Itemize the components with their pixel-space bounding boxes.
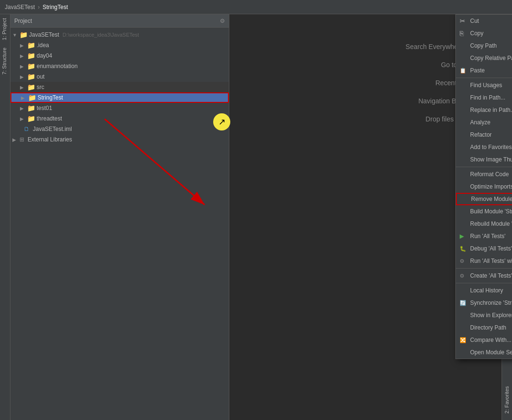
- find-path-label: Find in Path...: [470, 94, 512, 101]
- out-label: out: [37, 73, 45, 80]
- threadtest-folder-icon: 📁: [27, 115, 35, 122]
- day04-folder-icon: 📁: [27, 52, 35, 60]
- out-folder-icon: 📁: [27, 73, 35, 80]
- copy-relative-path-label: Copy Relative Path: [470, 55, 512, 61]
- compare-with-label: Compare With...: [470, 337, 512, 343]
- menu-item-run-coverage[interactable]: ⚙ Run 'All Tests' with Coverage: [456, 255, 512, 267]
- project-tree: ▼ 📁 JavaSETest D:\workspace_idea3\JavaSE…: [10, 28, 229, 420]
- context-menu: ✂ Cut Ctrl+X ⎘ Copy Ctrl+C Copy Path Ctr…: [455, 14, 512, 359]
- tree-item-threadtest[interactable]: ▶ 📁 threadtest: [10, 113, 229, 124]
- out-arrow: ▶: [20, 74, 26, 80]
- menu-item-optimize-imports[interactable]: Optimize Imports Ctrl+Alt+O: [456, 180, 512, 193]
- find-usages-label: Find Usages: [470, 82, 512, 89]
- tree-root[interactable]: ▼ 📁 JavaSETest D:\workspace_idea3\JavaSE…: [10, 30, 229, 40]
- menu-item-find-usages[interactable]: Find Usages Ctrl+G: [456, 79, 512, 91]
- create-tests-label: Create 'All Tests'...: [470, 272, 512, 279]
- menu-item-find-path[interactable]: Find in Path... Ctrl+H: [456, 91, 512, 104]
- menu-item-reformat[interactable]: Reformat Code Ctrl+Alt+L: [456, 168, 512, 180]
- threadtest-arrow: ▶: [20, 116, 26, 121]
- main-area: 1: Project 7: Structure Project ⚙ ▼ 📁 Ja…: [0, 14, 512, 420]
- enumannotation-arrow: ▶: [20, 64, 26, 69]
- compare-icon: 🔀: [460, 337, 466, 343]
- build-module-label: Build Module 'StringTest': [470, 208, 512, 215]
- rebuild-module-label: Rebuild Module 'StringTest': [470, 220, 512, 227]
- show-explorer-label: Show in Explorer: [470, 312, 512, 319]
- idea-arrow: ▶: [20, 43, 26, 48]
- left-sidebar-tabs: 1: Project 7: Structure: [0, 14, 10, 420]
- run-coverage-label: Run 'All Tests' with Coverage: [470, 258, 512, 264]
- tree-item-iml[interactable]: 🗋 JavaSETest.iml: [10, 124, 229, 134]
- title-separator: ›: [38, 4, 39, 10]
- replace-path-label: Replace in Path...: [470, 107, 512, 113]
- sidebar-item-structure[interactable]: 7: Structure: [0, 44, 10, 79]
- paste-icon: 📋: [460, 68, 466, 74]
- menu-item-copy-relative-path[interactable]: Copy Relative Path Ctrl+Alt+Shift+C: [456, 52, 512, 64]
- menu-item-replace-path[interactable]: Replace in Path...: [456, 104, 512, 116]
- copy-label: Copy: [470, 30, 512, 37]
- src-arrow: ▶: [20, 85, 26, 90]
- panel-settings-icon[interactable]: ⚙: [220, 18, 225, 24]
- debug-icon: 🐛: [460, 246, 466, 252]
- menu-item-synchronize[interactable]: 🔄 Synchronize 'StringTest': [456, 297, 512, 309]
- editor-area: Search Everywhere Double S Go to Line Ct…: [229, 14, 512, 420]
- tree-item-idea[interactable]: ▶ 📁 .idea: [10, 40, 229, 50]
- menu-item-copy-path[interactable]: Copy Path Ctrl+Shift+C: [456, 40, 512, 52]
- tree-item-external-libs[interactable]: ▶ ⊞ External Libraries: [10, 134, 229, 145]
- copy-icon: ⎘: [460, 30, 463, 37]
- menu-item-remove-module[interactable]: Remove Module Delete: [456, 193, 512, 205]
- root-arrow: ▼: [12, 32, 18, 38]
- menu-item-create-tests[interactable]: ⚙ Create 'All Tests'...: [456, 270, 512, 282]
- panel-header: Project ⚙: [10, 14, 229, 28]
- iml-label: JavaSETest.iml: [33, 126, 72, 132]
- coverage-icon: ⚙: [460, 258, 464, 264]
- panel-title: Project: [14, 18, 217, 24]
- menu-item-module-settings[interactable]: Open Module Settings F12: [456, 346, 512, 359]
- separator-1: [456, 78, 512, 78]
- tree-item-enumannotation[interactable]: ▶ 📁 enumannotation: [10, 61, 229, 71]
- menu-item-local-history[interactable]: Local History ›: [456, 284, 512, 297]
- cut-icon: ✂: [460, 17, 465, 25]
- root-label: JavaSETest: [29, 31, 59, 38]
- menu-item-run-tests[interactable]: ▶ Run 'All Tests' Ctrl+Shift+F10: [456, 230, 512, 242]
- cursor-indicator: ↗: [213, 113, 230, 130]
- day04-label: day04: [37, 52, 52, 59]
- sidebar-item-project[interactable]: 1: Project: [0, 14, 10, 44]
- stringtest-folder-icon: 📁: [28, 94, 36, 101]
- directory-path-label: Directory Path: [470, 324, 512, 331]
- menu-item-debug-tests[interactable]: 🐛 Debug 'All Tests': [456, 242, 512, 255]
- local-history-label: Local History: [470, 287, 512, 294]
- optimize-imports-label: Optimize Imports: [470, 183, 512, 190]
- tree-item-stringtest[interactable]: ▶ 📁 StringTest: [10, 92, 229, 103]
- sidebar-item-favorites[interactable]: 2: Favorites: [502, 384, 512, 415]
- project-name: JavaSETest: [5, 4, 35, 10]
- root-folder-icon: 📁: [20, 31, 28, 39]
- refactor-label: Refactor: [470, 131, 512, 138]
- tree-item-src[interactable]: ▶ 📁 src: [10, 82, 229, 92]
- menu-item-rebuild-module[interactable]: Rebuild Module 'StringTest' Ctrl+Shift+F…: [456, 218, 512, 230]
- tree-item-day04[interactable]: ▶ 📁 day04: [10, 50, 229, 61]
- idea-folder-icon: 📁: [27, 41, 35, 49]
- enumannotation-folder-icon: 📁: [27, 62, 35, 70]
- menu-item-directory-path[interactable]: Directory Path Ctrl+Alt+F12: [456, 321, 512, 334]
- module-settings-label: Open Module Settings: [470, 349, 512, 356]
- menu-item-paste[interactable]: 📋 Paste Ctrl+V: [456, 64, 512, 77]
- menu-item-show-explorer[interactable]: Show in Explorer Ctrl+Shift+X: [456, 309, 512, 321]
- menu-item-copy[interactable]: ⎘ Copy Ctrl+C: [456, 27, 512, 40]
- menu-item-build-module[interactable]: Build Module 'StringTest': [456, 205, 512, 218]
- separator-4: [456, 283, 512, 283]
- extlibs-arrow: ▶: [12, 137, 18, 142]
- menu-item-show-thumbnails[interactable]: Show Image Thumbnails: [456, 153, 512, 166]
- root-path: D:\workspace_idea3\JavaSETest: [62, 32, 139, 38]
- tree-item-out[interactable]: ▶ 📁 out: [10, 71, 229, 82]
- menu-item-refactor[interactable]: Refactor ›: [456, 129, 512, 141]
- cut-label: Cut: [470, 18, 512, 24]
- threadtest-label: threadtest: [37, 115, 62, 122]
- menu-item-analyze[interactable]: Analyze ›: [456, 116, 512, 129]
- menu-item-add-favorites[interactable]: Add to Favorites ›: [456, 141, 512, 153]
- separator-3: [456, 268, 512, 269]
- menu-item-cut[interactable]: ✂ Cut Ctrl+X: [456, 15, 512, 27]
- menu-item-compare-with[interactable]: 🔀 Compare With... Ctrl+D: [456, 334, 512, 346]
- cursor-arrow-icon: ↗: [218, 117, 226, 127]
- tree-item-test01[interactable]: ▶ 📁 test01: [10, 103, 229, 113]
- title-bar: JavaSETest › StringTest: [0, 0, 512, 14]
